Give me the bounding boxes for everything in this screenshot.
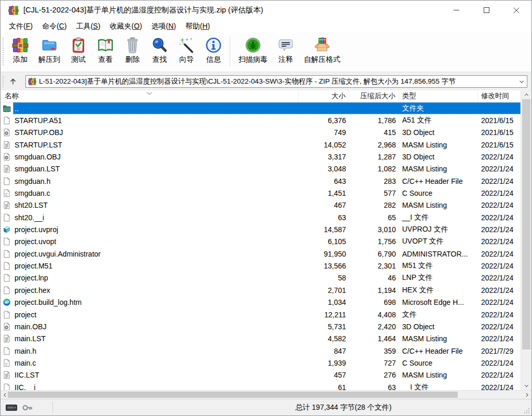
file-name-text: project.uvproj bbox=[15, 225, 58, 234]
up-one-level-button[interactable] bbox=[5, 74, 21, 89]
folder-up-icon bbox=[3, 104, 11, 113]
vertical-scroll-thumb[interactable] bbox=[522, 99, 530, 350]
table-row[interactable]: STARTUP.OBJ7494153D Object2021/6/15 bbox=[1, 127, 521, 139]
toolbar-button-extract-to-folder[interactable]: 解压到 bbox=[34, 35, 65, 65]
toolbar-button-label: 查看 bbox=[98, 55, 113, 64]
file-packed-cell: 283 bbox=[349, 177, 399, 185]
column-header-type[interactable]: 类型 bbox=[399, 90, 478, 102]
toolbar-button-winrar-add[interactable]: 添加 bbox=[7, 35, 34, 65]
extract-to-folder-icon bbox=[41, 37, 58, 53]
toolbar-button-view-book[interactable]: 查看 bbox=[92, 35, 119, 65]
table-row[interactable]: IIC.LST457276MASM Listing2022/1/24 bbox=[1, 369, 521, 381]
comment-icon bbox=[277, 37, 294, 53]
file-packed-cell: 3,010 bbox=[349, 225, 399, 234]
file-name-text: smgduan.OBJ bbox=[15, 153, 61, 161]
minimize-button[interactable] bbox=[441, 1, 471, 20]
table-row[interactable]: project.hex2,7011,194HEX 文件2022/1/24 bbox=[1, 284, 521, 296]
table-row[interactable]: IIC.__i6163__I 文件2022/1/24 bbox=[1, 381, 521, 390]
file-size-cell: 3,317 bbox=[299, 153, 349, 161]
menu-item-c[interactable]: 命令(C) bbox=[37, 20, 71, 33]
toolbar-button-virus-scan[interactable]: 扫描病毒 bbox=[234, 35, 272, 65]
archive-path-combobox[interactable]: L-51-2022-043]基于单片机的温湿度控制器设计与实现\CJL-51-2… bbox=[25, 75, 527, 88]
toolbar-button-find-magnifier[interactable]: 查找 bbox=[146, 35, 173, 65]
combobox-dropdown-button[interactable] bbox=[516, 76, 527, 87]
file-type-cell: MASM Listing bbox=[399, 371, 478, 379]
table-row[interactable]: project.uvproj14,5873,010UVPROJ 文件2022/1… bbox=[1, 223, 521, 235]
resize-grip-icon[interactable] bbox=[524, 408, 530, 414]
table-row[interactable]: main.c1,939727C Source2022/1/24 bbox=[1, 357, 521, 369]
horizontal-scroll-thumb[interactable] bbox=[8, 392, 458, 398]
table-row[interactable]: smgduan.OBJ3,3171,2873D Object2022/1/24 bbox=[1, 151, 521, 163]
drive-icon[interactable] bbox=[6, 404, 17, 412]
table-row[interactable]: project.uvgui.Administrator91,9506,790AD… bbox=[1, 248, 521, 260]
table-row[interactable]: STARTUP.A516,3761,786A51 文件2021/6/15 bbox=[1, 114, 521, 126]
table-row[interactable]: smgduan.LST3,0481,082MASM Listing2022/1/… bbox=[1, 163, 521, 175]
file-size-cell: 3,048 bbox=[299, 165, 349, 173]
file-name-cell: main.h bbox=[1, 347, 299, 355]
table-row[interactable]: sht20.LST467282MASM Listing2022/1/24 bbox=[1, 199, 521, 211]
file-size-cell: 1,451 bbox=[299, 189, 349, 197]
file-name-cell: project.lnp bbox=[1, 274, 299, 282]
scroll-down-button[interactable] bbox=[521, 381, 531, 390]
file-type-cell: 3D Object bbox=[399, 323, 478, 331]
table-row[interactable]: project.M5113,5662,301M51 文件2022/1/24 bbox=[1, 260, 521, 272]
file-name-text: project.hex bbox=[15, 286, 50, 294]
table-row[interactable]: project.build_log.htm1,034698Microsoft E… bbox=[1, 297, 521, 308]
menu-item-h[interactable]: 帮助(H) bbox=[181, 20, 215, 33]
menu-item-n[interactable]: 选项(N) bbox=[147, 20, 180, 33]
toolbar-button-test-clipboard[interactable]: 测试 bbox=[65, 35, 92, 65]
table-row[interactable]: main.OBJ5,7312,4203D Object2022/1/24 bbox=[1, 320, 521, 332]
file-packed-cell: 63 bbox=[349, 383, 399, 390]
table-row[interactable]: ..文件夹 bbox=[1, 102, 521, 114]
document-icon bbox=[3, 347, 11, 355]
column-header-size[interactable]: 大小 bbox=[299, 90, 349, 102]
menu-item-s[interactable]: 工具(S) bbox=[71, 20, 105, 33]
menu-item-f[interactable]: 文件(F) bbox=[4, 20, 37, 33]
maximize-button[interactable] bbox=[471, 1, 501, 20]
scroll-right-button[interactable] bbox=[523, 391, 531, 399]
toolbar-button-comment[interactable]: 注释 bbox=[272, 35, 299, 65]
column-header-packed[interactable]: 压缩后大小 bbox=[349, 90, 399, 102]
toolbar-button-label: 查找 bbox=[152, 55, 167, 64]
status-total-text: 总计 197,344 字节(28 个文件) bbox=[295, 403, 391, 412]
menu-item-o[interactable]: 收藏夹(O) bbox=[105, 20, 147, 33]
file-type-cell: UVPROJ 文件 bbox=[399, 225, 478, 234]
toolbar-button-wizard-wand[interactable]: 向导 bbox=[173, 35, 200, 65]
toolbar-button-delete-trash[interactable]: 删除 bbox=[119, 35, 146, 65]
table-row[interactable]: project.uvopt6,1051,756UVOPT 文件2022/1/24 bbox=[1, 236, 521, 248]
file-size-cell: 14,587 bbox=[299, 225, 349, 234]
scroll-up-button[interactable] bbox=[521, 90, 531, 99]
table-row[interactable]: smgduan.h643283C/C++ Header File2022/1/2… bbox=[1, 175, 521, 187]
listing-file-icon bbox=[3, 334, 11, 343]
key-icon[interactable] bbox=[22, 404, 33, 412]
file-name-text: project.lnp bbox=[15, 274, 48, 282]
table-row[interactable]: project12,2114,408文件2022/1/24 bbox=[1, 308, 521, 320]
document-icon bbox=[3, 383, 11, 390]
table-row[interactable]: sht20.__i6365__I 文件2022/1/24 bbox=[1, 211, 521, 223]
close-button[interactable] bbox=[501, 1, 531, 20]
object-file-icon bbox=[3, 323, 11, 331]
file-name-cell: main.LST bbox=[1, 334, 299, 343]
file-name-cell: project.uvproj bbox=[1, 225, 299, 234]
table-row[interactable]: main.LST4,5821,464MASM Listing2022/1/24 bbox=[1, 333, 521, 345]
file-packed-cell: 359 bbox=[349, 347, 399, 355]
toolbar-button-info[interactable]: 信息 bbox=[200, 35, 227, 65]
horizontal-scrollbar[interactable] bbox=[1, 390, 531, 399]
file-size-cell: 1,939 bbox=[299, 359, 349, 367]
file-name-text: smgduan.LST bbox=[15, 165, 60, 173]
table-row[interactable]: main.h847359C/C++ Header File2021/7/29 bbox=[1, 345, 521, 357]
file-name-text: STARTUP.LST bbox=[15, 141, 62, 149]
table-row[interactable]: smgduan.c1,451577C Source2022/1/24 bbox=[1, 187, 521, 199]
vertical-scrollbar[interactable] bbox=[521, 90, 531, 390]
table-row[interactable]: project.lnp5846LNP 文件2022/1/24 bbox=[1, 272, 521, 284]
file-modified-cell: 2022/1/24 bbox=[478, 250, 521, 258]
file-type-cell: M51 文件 bbox=[399, 261, 478, 271]
column-header-modified[interactable]: 修改时间 bbox=[478, 90, 521, 102]
file-type-cell: A51 文件 bbox=[399, 116, 478, 125]
file-size-cell: 749 bbox=[299, 128, 349, 137]
file-packed-cell: 282 bbox=[349, 201, 399, 209]
table-row[interactable]: STARTUP.LST14,0522,968MASM Listing2021/6… bbox=[1, 139, 521, 151]
listing-file-icon bbox=[3, 165, 11, 173]
toolbar-button-label: 解压到 bbox=[38, 55, 60, 64]
toolbar-button-sfx-box[interactable]: 自解压格式 bbox=[299, 35, 345, 65]
